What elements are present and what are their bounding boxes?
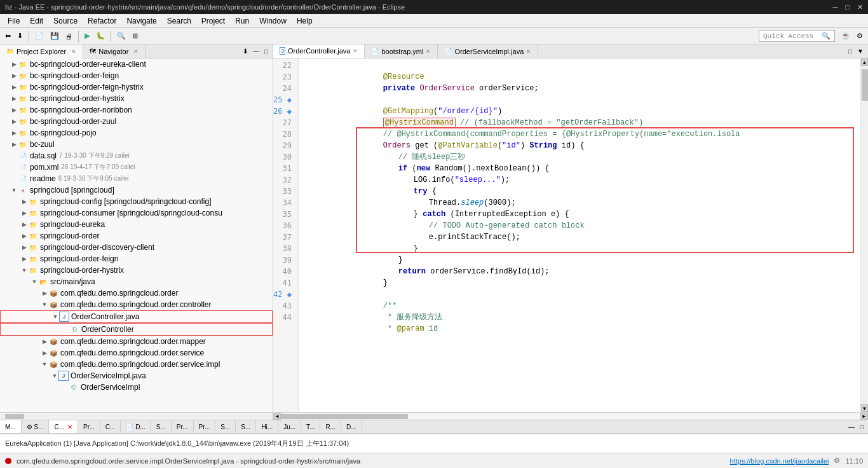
editor-menu[interactable]: ▼ xyxy=(855,47,865,55)
tree-item[interactable]: ▶ 📁 springcloud-order-discovery-client xyxy=(0,242,273,253)
tree-item[interactable]: ▶ 📁 bc-springcloud-order-feign xyxy=(0,70,273,81)
tree-item[interactable]: ▼ 📂 src/main/java xyxy=(0,276,273,287)
minimize-button[interactable]: ─ xyxy=(833,3,838,11)
bottom-tab-ju[interactable]: Ju... xyxy=(278,420,301,433)
bottom-tab-m[interactable]: M... xyxy=(0,420,22,433)
project-tree[interactable]: ▶ 📁 bc-springcloud-order-eureka-client ▶… xyxy=(0,59,273,412)
editor-hscrollbar[interactable]: ◀ ▶ xyxy=(273,412,868,420)
tree-item[interactable]: ▶ 📁 springcloud-config [springcloud/spri… xyxy=(0,196,273,207)
hscrollbar-thumb[interactable] xyxy=(281,414,408,419)
menu-edit[interactable]: Edit xyxy=(25,15,48,27)
bottom-tab-hi[interactable]: Hi... xyxy=(256,420,278,433)
tree-item[interactable]: ▼ 📦 com.qfedu.demo.springcloud.order.con… xyxy=(0,299,273,310)
bottom-tab-t[interactable]: T... xyxy=(301,420,320,433)
quick-access-box[interactable]: Quick Access 🔍 xyxy=(759,30,835,42)
toolbar-print[interactable]: 🖨 xyxy=(63,31,75,41)
tree-hscrollbar-thumb[interactable] xyxy=(5,414,24,419)
left-panel-maximize[interactable]: □ xyxy=(262,47,270,55)
toolbar-back[interactable]: ⬅ xyxy=(3,31,13,41)
tree-item[interactable]: 📄 readme 6 19-3-30 下午9:05 cailei xyxy=(0,173,273,184)
menu-refactor[interactable]: Refactor xyxy=(83,15,121,27)
tab-order-controller[interactable]: J OrderController.java ✕ xyxy=(273,45,365,58)
tree-item-orderserviceimpl[interactable]: ▼ J OrderServiceImpl.java xyxy=(0,370,273,382)
bottom-tab-pr1[interactable]: Pr... xyxy=(78,420,100,433)
bottom-tab-r[interactable]: R... xyxy=(320,420,341,433)
bottom-min[interactable]: — xyxy=(846,423,857,431)
tree-item[interactable]: ▶ 📁 bc-springcloud-order-noribbon xyxy=(0,104,273,116)
tab-close[interactable]: ✕ xyxy=(426,48,431,55)
editor-area[interactable]: 22 23 24 25 ◆ 26 ◆ 27 28 29 30 31 32 33 … xyxy=(273,59,868,412)
left-panel-collapse[interactable]: ⬇ xyxy=(241,47,250,55)
bottom-tab-pr3[interactable]: Pr... xyxy=(194,420,216,433)
tree-item[interactable]: ▼ 📁 springcloud-order-hystrix xyxy=(0,265,273,276)
toolbar-extra[interactable]: ⚙ xyxy=(854,31,865,41)
project-explorer-close[interactable]: ✕ xyxy=(71,48,76,55)
menu-window[interactable]: Window xyxy=(254,15,292,27)
navigator-close[interactable]: ✕ xyxy=(133,48,139,55)
tree-item[interactable]: ▶ 📁 bc-springcloud-order-eureka-client xyxy=(0,59,273,70)
bottom-tab-s4[interactable]: S... xyxy=(236,420,256,433)
scrollbar-down[interactable]: ▼ xyxy=(861,404,868,412)
tree-item[interactable]: 📄 pom.xml 26 19-4-17 下午7:09 cailei xyxy=(0,162,273,173)
tree-item[interactable]: ▶ 📁 springcloud-consumer [springcloud/sp… xyxy=(0,207,273,219)
editor-maximize[interactable]: □ xyxy=(846,47,854,55)
tree-item[interactable]: 📄 data.sql 7 19-3-30 下午9:29 cailei xyxy=(0,150,273,162)
tree-item-orderserviceimpl-class[interactable]: © OrderServiceImpl xyxy=(0,382,273,393)
close-button[interactable]: ✕ xyxy=(857,3,863,11)
menu-run[interactable]: Run xyxy=(230,15,254,27)
menu-file[interactable]: File xyxy=(3,15,25,27)
tree-item[interactable]: ▶ 📁 springcloud-order-feign xyxy=(0,253,273,265)
hscrollbar-track[interactable] xyxy=(281,414,860,419)
tree-item[interactable]: ▼ 📦 com.qfedu.demo.springcloud.order.ser… xyxy=(0,359,273,370)
tab-project-explorer[interactable]: 📁 Project Explorer ✕ xyxy=(0,45,83,59)
bottom-tab-s3[interactable]: S... xyxy=(215,420,236,433)
bottom-tab-d2[interactable]: D... xyxy=(341,420,362,433)
tree-item[interactable]: ▶ 📦 com.qfedu.demo.springcloud.order xyxy=(0,287,273,299)
toolbar-run[interactable]: ▶ xyxy=(82,31,92,41)
tree-item[interactable]: ▶ 📦 com.qfedu.demo.springcloud.order.map… xyxy=(0,336,273,347)
tab-close[interactable]: ✕ xyxy=(526,48,531,55)
tree-item[interactable]: ▶ 📁 springcloud-eureka xyxy=(0,219,273,230)
tree-item[interactable]: ▶ 📁 bc-zuul xyxy=(0,139,273,150)
menu-source[interactable]: Source xyxy=(48,15,83,27)
bottom-tab-s2[interactable]: S... xyxy=(151,420,172,433)
toolbar-new[interactable]: 📄 xyxy=(32,31,46,41)
tree-item[interactable]: ▶ 📁 bc-springcloud-order-feign-hystrix xyxy=(0,81,273,93)
menu-project[interactable]: Project xyxy=(196,15,230,27)
tree-item-order-controller[interactable]: ▼ J OrderController.java xyxy=(0,310,273,323)
bottom-tab-c2[interactable]: C... xyxy=(100,420,121,433)
toolbar-forward[interactable]: ⬇ xyxy=(15,31,25,41)
editor-vscrollbar[interactable]: ▲ ▼ xyxy=(860,59,868,412)
toolbar-perspective[interactable]: ⊞ xyxy=(130,31,140,41)
toolbar-java-ee[interactable]: ☕ xyxy=(839,31,853,41)
tab-bootstrap-yml[interactable]: 📄 bootstrap.yml ✕ xyxy=(365,45,438,58)
status-link[interactable]: https://blog.csdn.net/jiaodacailei xyxy=(730,457,829,465)
left-panel-minimize[interactable]: — xyxy=(251,47,261,55)
tree-item[interactable]: ▶ 📁 springcloud-order xyxy=(0,230,273,242)
menu-navigate[interactable]: Navigate xyxy=(121,15,161,27)
tree-item[interactable]: ▶ 📁 bc-springcloud-order-zuul xyxy=(0,116,273,127)
menu-help[interactable]: Help xyxy=(292,15,318,27)
bottom-tab-pr2[interactable]: Pr... xyxy=(172,420,194,433)
bottom-tab-c[interactable]: C...✕ xyxy=(49,420,78,433)
tree-item[interactable]: ▼ ♦ springcloud [springcloud] xyxy=(0,184,273,196)
scrollbar-thumb[interactable] xyxy=(862,69,868,101)
hscrollbar-right[interactable]: ▶ xyxy=(860,413,868,420)
bottom-max[interactable]: □ xyxy=(858,423,865,431)
scrollbar-up[interactable]: ▲ xyxy=(861,59,868,66)
tab-navigator[interactable]: 🗺 Navigator ✕ xyxy=(83,45,146,59)
toolbar-search[interactable]: 🔍 xyxy=(114,31,128,41)
tab-close[interactable]: ✕ xyxy=(353,48,358,54)
toolbar-debug[interactable]: 🐛 xyxy=(93,31,107,41)
editor-scroll-area[interactable]: 22 23 24 25 ◆ 26 ◆ 27 28 29 30 31 32 33 … xyxy=(273,59,860,412)
hscrollbar-left[interactable]: ◀ xyxy=(273,413,281,420)
menu-search[interactable]: Search xyxy=(162,15,196,27)
tree-hscrollbar[interactable] xyxy=(0,412,273,420)
code-area[interactable]: @Resource private OrderService orderServ… xyxy=(299,59,860,412)
scrollbar-track[interactable] xyxy=(861,66,868,404)
bottom-tab-d[interactable]: 📄 D... xyxy=(121,420,151,433)
tree-item[interactable]: ▶ 📁 bc-springcloud-order-hystrix xyxy=(0,93,273,104)
tree-item[interactable]: ▶ 📦 com.qfedu.demo.springcloud.order.ser… xyxy=(0,347,273,359)
tree-item-order-controller-class[interactable]: © OrderController xyxy=(0,323,273,336)
bottom-tab-s1[interactable]: ⚙ S... xyxy=(22,420,50,433)
